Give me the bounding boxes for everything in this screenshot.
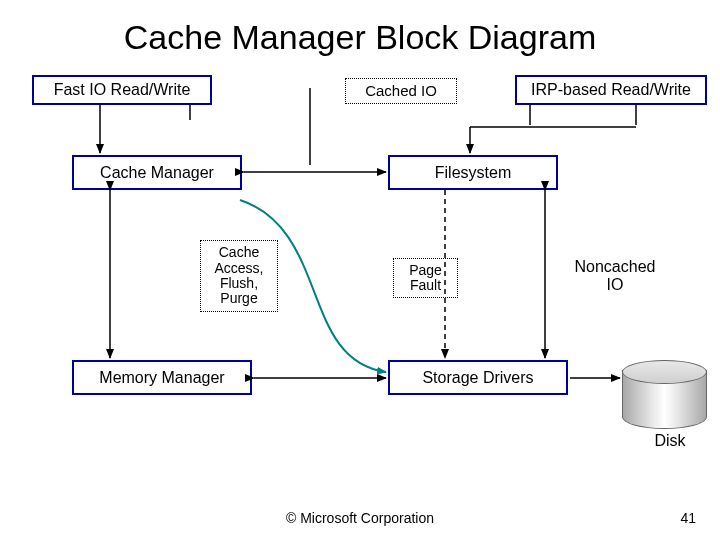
box-page-fault: Page Fault xyxy=(393,258,458,298)
box-cached-io: Cached IO xyxy=(345,78,457,104)
box-memory-manager: Memory Manager xyxy=(72,360,252,395)
box-storage-drivers: Storage Drivers xyxy=(388,360,568,395)
box-irp: IRP-based Read/Write xyxy=(515,75,707,105)
box-fast-io: Fast IO Read/Write xyxy=(32,75,212,105)
disk-cylinder-top xyxy=(622,360,707,384)
label-noncached-io: Noncached IO xyxy=(560,258,670,293)
box-filesystem: Filesystem xyxy=(388,155,558,190)
page-title: Cache Manager Block Diagram xyxy=(0,18,720,57)
footer-copyright: © Microsoft Corporation xyxy=(0,510,720,526)
label-disk: Disk xyxy=(640,432,700,450)
box-cache-access: Cache Access, Flush, Purge xyxy=(200,240,278,312)
footer-page-number: 41 xyxy=(680,510,696,526)
box-cache-manager: Cache Manager xyxy=(72,155,242,190)
